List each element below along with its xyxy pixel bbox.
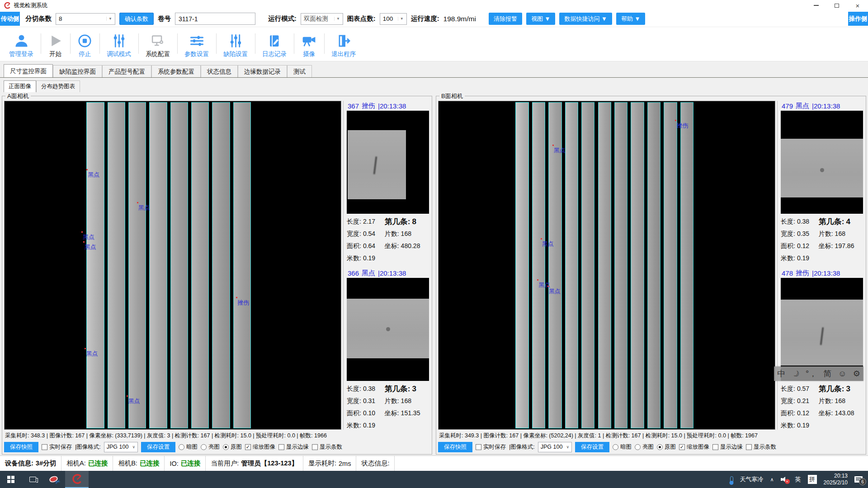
toolbar-item-label: 调试模式 [107,50,131,58]
save-settings-button[interactable]: 保存设置 [575,442,609,452]
toolbar-item-param-settings[interactable]: 参数设置 [177,29,216,58]
ime-punctuation-icon[interactable]: °， [806,370,817,378]
camera-panels: A面相机 黑点黑点黑点黑点挫伤黑点黑点 367挫伤|20:13:38长度:2.1… [0,92,868,455]
inspection-app-taskbar-button[interactable] [65,471,89,488]
stop-icon [77,32,92,50]
option-label: 显示条数 [754,443,776,451]
defect-card-header: 366黑点|20:13:38 [347,268,429,278]
operate-side-button[interactable]: 操作侧 [848,12,868,26]
main-tab-5[interactable]: 边缘数据记录 [238,65,287,77]
minimize-button[interactable] [806,0,826,11]
help-menu-button[interactable]: 帮助 ▼ [616,13,645,25]
toolbar-item-exit[interactable]: 退出程序 [324,29,363,58]
image-format-select[interactable]: JPG 100∨ [104,442,138,452]
defect-stat-pieces: 片数:168 [385,397,429,405]
volume-muted-icon[interactable]: × [781,476,788,483]
sub-tab-1[interactable]: 分布趋势图表 [36,80,80,92]
run-mode-select[interactable]: 双面检测 ▼ [301,13,343,25]
weather-text[interactable]: 天气寒冷 [740,475,764,483]
defect-card[interactable]: 479黑点|20:13:38长度:0.38第几条:4宽度:0.35片数:168面… [781,101,863,262]
toolbar-item-label: 缺陷设置 [223,50,248,58]
ime-chinese-mode[interactable]: 中 [777,370,785,378]
status-segment-label: 显示耗时: [308,459,336,468]
sub-tab-0[interactable]: 正面图像 [4,80,36,92]
ime-emoji-icon[interactable]: ☺ [838,370,846,378]
defect-type: 挫伤 [796,269,809,277]
material-strip [565,102,578,428]
material-strip [128,102,146,428]
main-tab-3[interactable]: 系统参数配置 [151,65,201,77]
checkbox-缩放图像[interactable]: ✓缩放图像 [245,443,275,451]
defect-card-header: 367挫伤|20:13:38 [347,101,429,111]
radio-原图[interactable]: 原图 [657,443,676,451]
close-button[interactable]: × [847,0,868,11]
camera-a-live-image[interactable]: 黑点黑点黑点黑点挫伤黑点黑点 [4,101,341,430]
save-snapshot-button[interactable]: 保存快照 [4,442,38,452]
radio-暗图[interactable]: 暗图 [179,443,198,451]
defect-card[interactable]: 367挫伤|20:13:38长度:2.17第几条:8宽度:0.54片数:168面… [347,101,429,262]
radio-暗图[interactable]: 暗图 [613,443,632,451]
checkbox-显示边缘[interactable]: 显示边缘 [712,443,743,451]
toolbar-item-start[interactable]: 开始 [41,29,70,58]
radio-亮图[interactable]: 亮图 [635,443,654,451]
clock[interactable]: 20:13 2025/2/10 [824,473,848,486]
slit-count-select[interactable]: 8 ▼ [56,13,115,25]
main-tab-2[interactable]: 产品型号配置 [102,65,151,77]
confirm-count-button[interactable]: 确认条数 [119,13,154,25]
ime-indicator[interactable]: 拼 [808,475,817,484]
camera-b-live-image[interactable]: 挫伤黑点黑点黑点黑点 [438,101,775,430]
realtime-save-checkbox[interactable]: 实时保存 [476,443,506,451]
defect-thumbnail [781,111,863,214]
ime-settings-gear-icon[interactable]: ⚙ [853,370,860,378]
ime-fullhalf-icon[interactable]: ☽ [790,368,801,379]
checkbox-显示条数[interactable]: 显示条数 [312,443,342,451]
restore-button[interactable] [826,0,847,11]
ime-simplified-mode[interactable]: 简 [824,370,832,378]
defect-tag: 黑点 [554,146,566,155]
snipping-app-button[interactable]: ✂ [43,471,65,488]
language-indicator[interactable]: 英 [795,475,801,483]
material-strip [212,102,230,428]
defect-card-header: 478挫伤|20:13:38 [781,268,863,278]
main-tab-1[interactable]: 缺陷监控界面 [53,65,102,77]
toolbar-item-camera[interactable]: 摄像 [294,29,324,58]
data-quick-access-button[interactable]: 数据快捷访问 ▼ [559,13,612,25]
toolbar-item-stop[interactable]: 停止 [70,29,99,58]
drive-side-button[interactable]: 传动侧 [0,12,20,26]
defect-card[interactable]: 366黑点|20:13:38长度:0.38第几条:3宽度:0.31片数:168面… [347,268,429,429]
material-strip [664,102,677,428]
checkbox-缩放图像[interactable]: ✓缩放图像 [679,443,709,451]
defect-tag: 黑点 [549,287,561,296]
checkbox-显示条数[interactable]: 显示条数 [746,443,776,451]
radio-亮图[interactable]: 亮图 [201,443,220,451]
toolbar-item-debug-mode[interactable]: 调试模式 [99,29,138,58]
main-tab-0[interactable]: 尺寸监控界面 [4,64,53,77]
checkbox-显示边缘[interactable]: 显示边缘 [278,443,309,451]
save-settings-button[interactable]: 保存设置 [141,442,175,452]
tray-expand-icon[interactable]: ∧ [770,477,774,483]
toolbar-item-label: 管理登录 [9,50,33,58]
defect-tag: 黑点 [128,397,140,405]
realtime-save-checkbox[interactable]: 实时保存 [42,443,72,451]
radio-icon [179,444,184,450]
start-button[interactable] [0,471,22,488]
defect-stat-coord: 坐标:151.35 [385,409,429,418]
notification-center-icon[interactable]: 6 [854,476,863,483]
clear-alarm-button[interactable]: 清除报警 [489,13,522,25]
radio-原图[interactable]: 原图 [223,443,242,451]
defect-card[interactable]: 478挫伤|20:13:38长度:0.57第几条:3宽度:0.21片数:168面… [781,268,863,429]
toolbar-item-system-config[interactable]: 系统配置 [138,29,177,58]
main-tab-4[interactable]: 状态信息 [201,65,238,77]
save-snapshot-button[interactable]: 保存快照 [438,442,472,452]
task-view-button[interactable] [22,471,43,488]
view-menu-button[interactable]: 视图 ▼ [526,13,555,25]
image-format-select[interactable]: JPG 100∨ [538,442,572,452]
roll-number-input[interactable]: 3117-1 [175,13,255,25]
toolbar-item-admin-login[interactable]: 管理登录 [2,29,41,58]
toolbar-item-log-record[interactable]: 日志记录 [255,29,294,58]
stat-value: 168 [835,230,845,238]
toolbar-item-defect-settings[interactable]: 缺陷设置 [216,29,255,58]
main-tab-6[interactable]: 测试 [287,65,312,77]
chart-points-select[interactable]: 100 ▼ [380,13,407,25]
option-label: 暗图 [620,443,632,451]
